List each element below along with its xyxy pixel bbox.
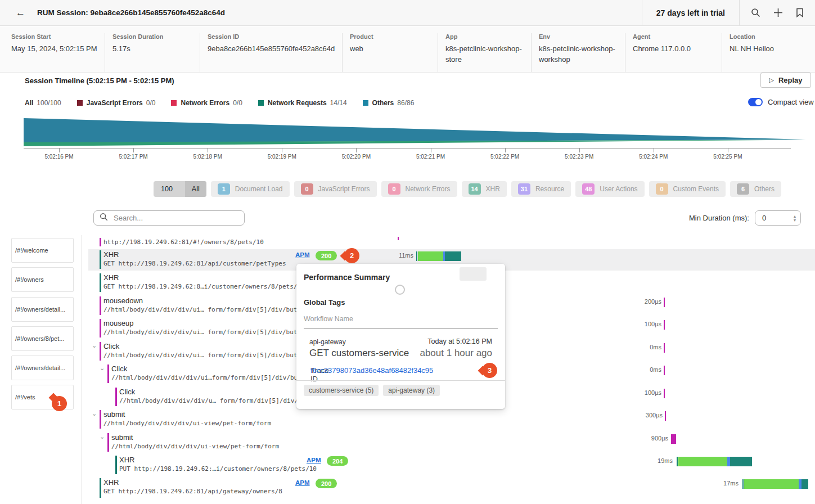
legend-label: Network Errors: [181, 99, 229, 107]
chevron-down-icon[interactable]: ▾: [794, 218, 796, 222]
waterfall-segment: [664, 389, 665, 398]
trace-timestamp: Today at 5:02:16 PM: [427, 338, 492, 345]
step-marker-3: 3: [482, 363, 497, 378]
min-duration-control: Min Duration (ms): ▴▾: [689, 210, 801, 226]
filter-pill-label: Custom Events: [673, 185, 719, 193]
filter-pill[interactable]: 48User Actions: [575, 181, 644, 197]
trace-id-link[interactable]: f6cc33798073ad36e48af68482f34c95: [310, 366, 433, 375]
legend-item[interactable]: Network Errors0/0: [171, 99, 242, 107]
filter-pill[interactable]: 14XHR: [462, 181, 507, 197]
event-row[interactable]: ⌄submit//html/body/div/div/div/ui-view/p…: [0, 409, 815, 430]
chevron-down-icon[interactable]: ⌄: [100, 434, 105, 440]
event-row[interactable]: XHRGET http://198.19.249.62:81/api/gatew…: [0, 477, 815, 500]
min-duration-input[interactable]: [755, 213, 790, 223]
step-marker-1: 1: [52, 396, 67, 411]
axis-tick-label: 5:02:25 PM: [708, 154, 748, 160]
filter-pill[interactable]: 0Network Errors: [381, 181, 457, 197]
filter-pill[interactable]: 1Document Load: [211, 181, 290, 197]
event-title: XHR: [103, 478, 119, 487]
waterfall-segment: [418, 251, 443, 261]
duration-label: 11ms: [374, 252, 413, 259]
filter-pill-label: JavaScript Errors: [318, 185, 370, 193]
compact-view-control: Compact view: [748, 98, 814, 106]
event-title: submit: [111, 433, 133, 442]
http-status-badge: 200: [316, 251, 337, 260]
event-title: XHR: [103, 250, 119, 259]
meta-field-label: Session Duration: [112, 33, 193, 40]
event-path: PUT http://198.19.249.62:…i/customer/own…: [119, 465, 317, 472]
filter-pill-all[interactable]: 100 All: [154, 181, 206, 197]
duration-label: 0ms: [622, 344, 661, 350]
event-title: mouseup: [103, 319, 133, 327]
duration-label: 19ms: [633, 457, 673, 464]
axis-tick: [579, 148, 580, 152]
event-title: mousedown: [103, 296, 143, 305]
event-row[interactable]: XHRPUT http://198.19.249.62:…i/customer/…: [0, 454, 815, 476]
event-path: //html/body/div/div/div/ui-view/pet-form…: [103, 420, 271, 427]
axis-tick-label: 5:02:23 PM: [559, 154, 600, 160]
plus-icon[interactable]: [773, 8, 783, 17]
meta-field-label: Product: [350, 33, 431, 40]
meta-field-label: Session Start: [11, 33, 98, 40]
chevron-down-icon[interactable]: ⌄: [100, 365, 105, 371]
legend-count: 14/14: [330, 99, 347, 107]
apm-link[interactable]: APM: [307, 457, 321, 464]
compact-view-label: Compact view: [768, 98, 814, 106]
apm-link[interactable]: APM: [295, 251, 310, 258]
filter-pill[interactable]: 0JavaScript Errors: [294, 181, 377, 197]
axis-tick-label: 5:02:17 PM: [113, 154, 154, 160]
session-timeline-title: Session Timeline (5:02:15 PM - 5:02:15 P…: [25, 76, 174, 85]
event-row[interactable]: ⌄submit//html/body/div/div/div/ui-view/p…: [0, 432, 815, 453]
legend-item[interactable]: JavaScript Errors0/0: [77, 99, 156, 107]
chevron-down-icon[interactable]: ⌄: [92, 411, 97, 417]
filter-pill[interactable]: 0Custom Events: [649, 181, 726, 197]
event-path: //html/body/div/div/div/u… form/form/div…: [119, 397, 321, 404]
event-row[interactable]: http://198.19.249.62:81/#!/owners/8/pets…: [0, 237, 815, 248]
axis-tick: [59, 148, 60, 152]
filter-pill-label: Network Errors: [406, 185, 451, 193]
meta-field-label: Session ID: [208, 33, 335, 40]
legend-swatch: [258, 100, 264, 106]
back-arrow-icon[interactable]: ←: [16, 7, 25, 19]
chevron-down-icon[interactable]: ⌄: [92, 343, 97, 349]
event-title: Click: [103, 342, 119, 350]
service-tag[interactable]: api-gateway (3): [383, 385, 440, 396]
session-timeline-area-chart[interactable]: [24, 116, 810, 147]
stepper-arrows[interactable]: ▴▾: [794, 214, 796, 222]
bookmark-icon[interactable]: [796, 8, 804, 17]
meta-field: Productweb: [342, 33, 438, 72]
axis-tick-label: 5:02:22 PM: [485, 154, 525, 160]
service-tag[interactable]: customers-service (5): [304, 385, 379, 396]
compact-view-toggle[interactable]: [748, 98, 763, 106]
legend-item[interactable]: Others86/86: [363, 99, 415, 107]
workflow-name-field[interactable]: Workflow Name: [304, 315, 353, 323]
filter-count-badge: 0: [656, 183, 668, 195]
rum-session-page: ← RUM Session: 9eba8ce266b145e855760fe45…: [0, 0, 815, 504]
meta-field: Session StartMay 15, 2024, 5:02:15 PM: [11, 33, 105, 72]
legend-swatch: [171, 100, 177, 106]
apm-link[interactable]: APM: [295, 479, 310, 486]
filter-pill[interactable]: 31Resource: [511, 181, 571, 197]
event-type-bar: [100, 238, 101, 246]
duration-label: 200µs: [622, 298, 661, 305]
filter-pill[interactable]: 6Others: [730, 181, 781, 197]
event-type-bar: [100, 410, 101, 429]
filter-count-badge: 1: [218, 183, 230, 195]
meta-field-label: Env: [539, 33, 618, 40]
legend-item[interactable]: Network Requests14/14: [258, 99, 347, 107]
event-path: //html/body/div/div/div/ui… form/form/di…: [103, 352, 308, 359]
legend-item[interactable]: All100/100: [25, 99, 61, 107]
replay-button[interactable]: ▷ Replay: [760, 73, 811, 88]
duration-label: 300µs: [623, 412, 663, 418]
waterfall-segment: [671, 434, 676, 444]
meta-field-value: 9eba8ce266b145e855760fe452a8c64d: [208, 44, 335, 55]
event-title: XHR: [119, 456, 134, 464]
search-icon[interactable]: [751, 8, 760, 17]
axis-tick-label: 5:02:20 PM: [336, 154, 376, 160]
waterfall-segment: [677, 457, 678, 466]
trace-service-tags: customers-service (5)api-gateway (3): [304, 385, 440, 396]
event-type-bar: [107, 433, 109, 452]
replay-label: Replay: [778, 76, 803, 84]
search-input[interactable]: [112, 213, 244, 223]
http-status-badge: 204: [327, 456, 348, 466]
